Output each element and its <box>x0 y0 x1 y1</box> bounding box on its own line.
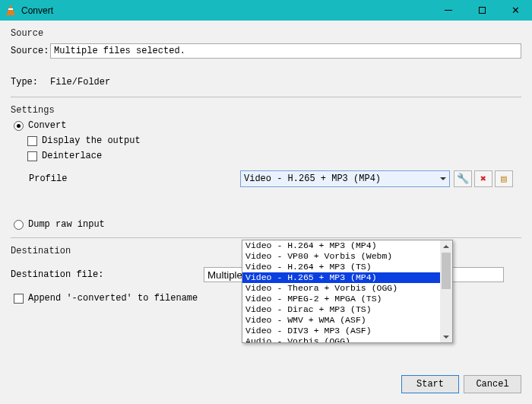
delete-icon: ✖ <box>480 173 486 185</box>
checkbox-icon <box>27 151 37 161</box>
convert-label: Convert <box>28 120 66 131</box>
profile-option[interactable]: Video - H.265 + MP3 (MP4) <box>242 272 452 283</box>
radio-icon <box>14 220 24 230</box>
separator <box>11 97 521 97</box>
start-button[interactable]: Start <box>401 375 459 393</box>
scroll-down-icon[interactable] <box>440 331 452 342</box>
scrollbar[interactable] <box>440 240 452 342</box>
profile-dropdown[interactable]: Video - H.264 + MP3 (MP4)Video - VP80 + … <box>242 240 453 343</box>
checkbox-icon <box>14 294 24 304</box>
type-label: Type: <box>11 77 50 87</box>
profile-option[interactable]: Video - WMV + WMA (ASF) <box>242 315 452 326</box>
new-icon: ▤ <box>501 173 507 185</box>
type-value: File/Folder <box>50 77 110 87</box>
profile-option[interactable]: Video - H.264 + MP3 (MP4) <box>242 240 452 251</box>
close-button[interactable]: ✕ <box>499 0 532 21</box>
profile-selected-text: Video - H.265 + MP3 (MP4) <box>244 173 381 184</box>
source-label: Source: <box>11 46 50 56</box>
profile-combobox[interactable]: Video - H.265 + MP3 (MP4) <box>240 170 450 187</box>
radio-icon <box>14 121 24 131</box>
deinterlace-checkbox[interactable]: Deinterlace <box>27 151 521 161</box>
scroll-up-icon[interactable] <box>440 240 452 252</box>
window-title: Convert <box>21 5 53 16</box>
edit-profile-button[interactable]: 🔧 <box>454 170 472 187</box>
checkbox-icon <box>27 136 37 146</box>
wrench-icon: 🔧 <box>457 173 469 185</box>
settings-heading: Settings <box>11 105 521 116</box>
new-profile-button[interactable]: ▤ <box>495 170 513 187</box>
display-output-checkbox[interactable]: Display the output <box>27 135 521 146</box>
cancel-button[interactable]: Cancel <box>464 375 521 393</box>
profile-option[interactable]: Audio - Vorbis (OGG) <box>242 336 452 342</box>
profile-option[interactable]: Video - DIV3 + MP3 (ASF) <box>242 326 452 336</box>
delete-profile-button[interactable]: ✖ <box>474 170 492 187</box>
source-heading: Source <box>11 28 521 39</box>
titlebar[interactable]: Convert ✕ <box>0 0 532 21</box>
display-output-label: Display the output <box>42 135 141 146</box>
minimize-button[interactable] <box>432 0 465 21</box>
profile-option[interactable]: Video - Dirac + MP3 (TS) <box>242 304 452 315</box>
dump-raw-radio[interactable]: Dump raw input <box>14 219 521 230</box>
destination-file-label: Destination file: <box>11 269 204 280</box>
convert-radio[interactable]: Convert <box>14 120 521 131</box>
profile-option[interactable]: Video - Theora + Vorbis (OGG) <box>242 283 452 294</box>
profile-label: Profile <box>29 173 240 184</box>
maximize-button[interactable] <box>465 0 499 21</box>
profile-option[interactable]: Video - MPEG-2 + MPGA (TS) <box>242 294 452 304</box>
dump-raw-label: Dump raw input <box>28 219 105 230</box>
append-converted-label: Append '-converted' to filename <box>28 293 198 304</box>
deinterlace-label: Deinterlace <box>42 151 102 161</box>
profile-option[interactable]: Video - H.264 + MP3 (TS) <box>242 262 452 272</box>
vlc-icon <box>5 5 17 17</box>
profile-option[interactable]: Video - VP80 + Vorbis (Webm) <box>242 251 452 262</box>
separator <box>11 237 521 238</box>
scroll-thumb[interactable] <box>442 253 451 289</box>
chevron-down-icon <box>436 171 449 186</box>
source-input[interactable] <box>50 43 521 59</box>
